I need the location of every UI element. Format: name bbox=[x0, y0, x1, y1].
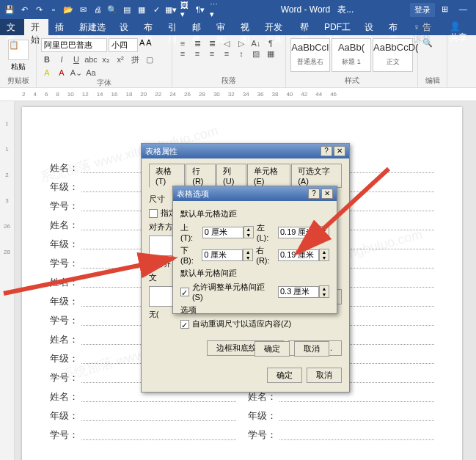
grow-font-icon[interactable]: A bbox=[139, 38, 144, 52]
spell-icon[interactable]: ✓ bbox=[151, 4, 161, 15]
preview-icon[interactable]: 🔍 bbox=[107, 4, 117, 15]
tab-mail[interactable]: 邮件 bbox=[186, 19, 210, 35]
top-margin-input[interactable] bbox=[202, 227, 244, 238]
tab-view[interactable]: 视图 bbox=[234, 19, 258, 35]
save-icon[interactable]: 💾 bbox=[4, 4, 15, 15]
bottom-spinner[interactable]: ▲▼ bbox=[243, 249, 253, 261]
bottom-margin-input[interactable] bbox=[202, 249, 243, 261]
tab-layout[interactable]: 布局 bbox=[137, 19, 161, 35]
pg-icon[interactable]: ▦ bbox=[136, 4, 147, 15]
close-icon[interactable]: ✕ bbox=[334, 146, 345, 156]
autofit-checkbox[interactable]: ✓ bbox=[180, 320, 189, 329]
bullets-icon[interactable]: ≡ bbox=[177, 38, 188, 48]
horizontal-ruler[interactable]: 2468101214161820222426283032343638404244… bbox=[0, 88, 476, 101]
sup-icon[interactable]: x² bbox=[114, 54, 126, 65]
justify-icon[interactable]: ≡ bbox=[221, 48, 232, 59]
style-normal[interactable]: AaBbCcI普通悬右 bbox=[290, 38, 330, 72]
ok-button[interactable]: 确定 bbox=[267, 368, 302, 383]
align-left-option[interactable] bbox=[149, 236, 175, 256]
bold-icon[interactable]: B bbox=[41, 54, 53, 65]
tab-dev[interactable]: 开发工具 bbox=[258, 19, 293, 35]
style-h1[interactable]: AaBb(标题 1 bbox=[332, 38, 371, 72]
highlight-icon[interactable]: A bbox=[41, 67, 53, 78]
tab-design[interactable]: 设计 bbox=[113, 19, 137, 35]
tab-help[interactable]: 帮助 bbox=[293, 19, 318, 35]
dialog-title-bar[interactable]: 表格属性 ? ✕ bbox=[142, 144, 349, 158]
tab-table[interactable]: 表格(T) bbox=[149, 164, 185, 188]
font-size-select[interactable]: 小四 bbox=[109, 38, 138, 52]
border-icon[interactable]: ▢ bbox=[144, 54, 155, 65]
tab-file[interactable]: 文件 bbox=[0, 19, 24, 35]
ruby-icon[interactable]: 拼 bbox=[129, 54, 141, 65]
left-spinner[interactable]: ▲▼ bbox=[319, 226, 329, 238]
borders-icon[interactable]: ▦ bbox=[265, 48, 277, 59]
style-body[interactable]: AaBbCcD(正文 bbox=[373, 38, 413, 72]
spacing-spinner[interactable]: ▲▼ bbox=[319, 285, 329, 298]
paste-icon[interactable]: 📋 bbox=[8, 40, 29, 60]
dialog-title-bar[interactable]: 表格选项 ? ✕ bbox=[173, 186, 337, 201]
tab-cell[interactable]: 单元格(E) bbox=[247, 164, 290, 188]
tab-home[interactable]: 开始 bbox=[24, 19, 48, 35]
tab-tbl-layout[interactable]: 布局 bbox=[382, 19, 406, 35]
new-icon[interactable]: ▫ bbox=[48, 4, 59, 15]
tab-col[interactable]: 列(U) bbox=[216, 164, 246, 188]
right-margin-input[interactable] bbox=[278, 249, 319, 261]
strike-icon[interactable]: abc bbox=[85, 54, 97, 65]
sort-icon[interactable]: A↓ bbox=[250, 38, 262, 48]
find-icon[interactable]: 🔍 bbox=[422, 38, 442, 48]
tbl-icon[interactable]: ▦▾ bbox=[166, 4, 176, 15]
align-left-icon[interactable]: ≡ bbox=[177, 48, 188, 59]
sub-icon[interactable]: x₂ bbox=[100, 54, 111, 65]
cancel-button[interactable]: 取消 bbox=[307, 368, 342, 383]
wrap-none-option[interactable] bbox=[149, 286, 175, 307]
undo-icon[interactable]: ↶ bbox=[19, 4, 29, 15]
login-button[interactable]: 登录 bbox=[410, 3, 435, 17]
help-icon[interactable]: ? bbox=[321, 146, 332, 156]
multilevel-icon[interactable]: ≣ bbox=[206, 38, 218, 48]
clear-fmt-icon[interactable]: Aa bbox=[85, 67, 97, 78]
spec-width-checkbox[interactable] bbox=[149, 209, 158, 218]
tab-custom[interactable]: 新建选项卡 bbox=[73, 19, 113, 35]
mail-icon[interactable]: ✉ bbox=[78, 4, 88, 15]
tell-me[interactable]: ♀ 告诉我 bbox=[406, 19, 442, 35]
right-spinner[interactable]: ▲▼ bbox=[319, 249, 329, 261]
tab-review[interactable]: 审阅 bbox=[210, 19, 234, 35]
close-icon[interactable]: ✕ bbox=[321, 189, 333, 199]
dec-indent-icon[interactable]: ◁ bbox=[221, 38, 232, 48]
inc-indent-icon[interactable]: ▷ bbox=[235, 38, 247, 48]
tab-alt[interactable]: 可选文字(A) bbox=[291, 164, 342, 188]
tab-pdf[interactable]: PDF工具集 bbox=[318, 19, 358, 35]
font-color-icon[interactable]: A bbox=[56, 67, 67, 78]
cancel-button[interactable]: 取消 bbox=[294, 341, 329, 357]
ribbon-opts-icon[interactable]: ⊞ bbox=[437, 3, 453, 17]
tab-ref[interactable]: 引用 bbox=[161, 19, 186, 35]
shading-icon[interactable]: ▨ bbox=[250, 48, 262, 59]
top-spinner[interactable]: ▲▼ bbox=[244, 226, 254, 238]
numbering-icon[interactable]: ≣ bbox=[191, 38, 203, 48]
pic-icon[interactable]: 🖼▾ bbox=[180, 4, 191, 15]
tab-row[interactable]: 行(R) bbox=[186, 164, 216, 188]
min-icon[interactable]: — bbox=[455, 3, 472, 17]
align-right-icon[interactable]: ≡ bbox=[206, 48, 218, 59]
left-margin-input[interactable] bbox=[278, 227, 319, 238]
more-icon[interactable]: ⋯▾ bbox=[210, 4, 220, 15]
br-icon[interactable]: ¶▾ bbox=[195, 4, 205, 15]
char-fx-icon[interactable]: A⌄ bbox=[70, 67, 82, 78]
tab-insert[interactable]: 插入 bbox=[48, 19, 73, 35]
ok-button[interactable]: 确定 bbox=[255, 341, 290, 357]
shrink-font-icon[interactable]: A bbox=[146, 38, 151, 52]
share-button[interactable]: 👤 共享 bbox=[442, 19, 476, 35]
allow-spacing-checkbox[interactable]: ✓ bbox=[180, 288, 189, 296]
page-icon[interactable]: ▤ bbox=[122, 4, 132, 15]
spacing-value-input[interactable] bbox=[278, 286, 319, 298]
open-icon[interactable]: 📂 bbox=[63, 4, 73, 15]
align-center-icon[interactable]: ≡ bbox=[191, 48, 203, 59]
italic-icon[interactable]: I bbox=[56, 54, 67, 65]
underline-icon[interactable]: U bbox=[70, 54, 82, 65]
redo-icon[interactable]: ↷ bbox=[34, 4, 44, 15]
vertical-ruler[interactable]: 11232628 bbox=[0, 101, 15, 460]
print-icon[interactable]: 🖨 bbox=[92, 4, 103, 15]
help-icon[interactable]: ? bbox=[308, 189, 320, 199]
marks-icon[interactable]: ¶ bbox=[265, 38, 277, 48]
line-spacing-icon[interactable]: ↕ bbox=[235, 48, 247, 59]
